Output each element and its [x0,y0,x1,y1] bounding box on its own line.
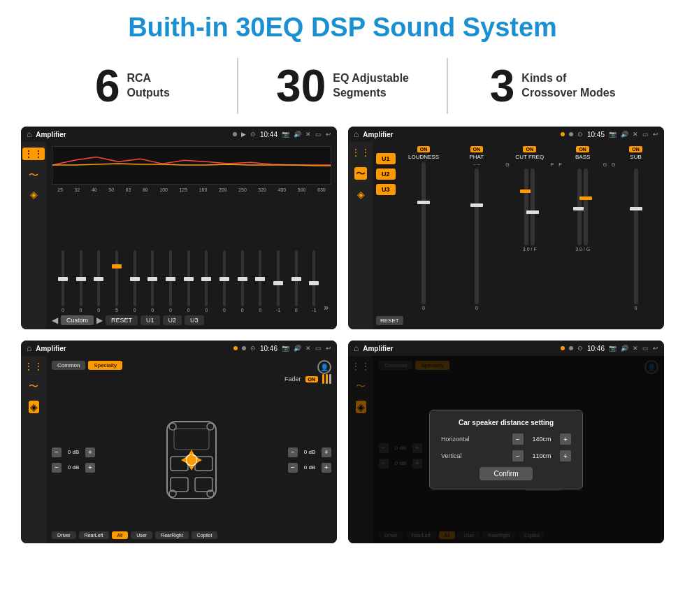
vertical-plus[interactable]: + [560,450,571,461]
next-arrow[interactable]: » [324,303,329,313]
eq-slider-11[interactable]: 0 [252,250,269,313]
bass-on-badge: ON [576,146,589,152]
u3-crossover-btn[interactable]: U3 [376,184,396,195]
home-icon-1: ⌂ [27,129,31,139]
eq-sidebar-icon-3[interactable]: ⋮⋮ [24,361,43,371]
play-btn[interactable]: ▶ [96,315,103,325]
screen3-time: 10:46 [260,345,277,352]
svg-point-14 [207,423,214,430]
db-fr-value: 0 dB [300,449,319,455]
eq-freq-labels: 25 32 40 50 63 80 100 125 160 200 250 32… [52,187,331,192]
screen1-time: 10:44 [260,131,277,138]
stat-eq-number: 30 [276,64,326,108]
location-icon-3: ⊙ [250,345,256,352]
speaker-sidebar-icon[interactable]: ◈ [30,189,38,199]
eq-slider-10[interactable]: 0 [234,250,251,313]
eq-slider-12[interactable]: -1 [270,250,287,313]
eq-slider-0[interactable]: 0 [55,250,71,313]
status-bar-3: ⌂ Amplifier ⊙ 10:46 📷 🔊 ✕ ▭ ↩ [21,341,337,356]
eq-slider-6[interactable]: 0 [162,250,179,313]
fader-label-row: Fader ON [52,374,331,384]
vertical-minus[interactable]: − [512,450,524,461]
camera-icon-2: 📷 [609,131,616,138]
horizontal-plus[interactable]: + [560,434,571,445]
screens-grid: ⌂ Amplifier ▶ ⊙ 10:44 📷 🔊 ✕ ▭ ↩ ⋮⋮ 〜 ◈ [0,127,685,550]
eq-slider-1[interactable]: 0 [73,250,89,313]
speaker-sidebar-icon-2[interactable]: ◈ [357,189,365,199]
u1-crossover-btn[interactable]: U1 [376,153,396,164]
eq-sidebar-icon-2[interactable]: ⋮⋮ [351,148,370,157]
loudness-on-badge: ON [417,146,431,152]
sub-name: SUB [630,154,641,160]
screen2-title: Amplifier [363,131,556,138]
stat-crossover-number: 3 [490,64,515,108]
svg-marker-12 [197,457,202,463]
home-icon-2: ⌂ [354,129,359,139]
u1-btn[interactable]: U1 [140,315,160,325]
crossover-reset-btn[interactable]: RESET [376,316,403,325]
cutfreq-on-badge: ON [523,146,536,152]
db-rl-minus[interactable]: − [52,463,62,473]
custom-btn[interactable]: Custom [61,315,94,325]
specialty-tab[interactable]: Specialty [88,361,122,370]
eq-sidebar-icon[interactable]: ⋮⋮ [22,148,45,160]
db-rl-plus[interactable]: + [85,463,95,473]
screen4-time: 10:46 [587,345,605,352]
volume-icon-1: 🔊 [294,131,301,138]
eq-slider-14[interactable]: -1 [306,250,323,313]
db-rr-plus[interactable]: + [322,463,331,473]
db-fr-minus[interactable]: − [288,447,298,457]
status-dot-4b [569,346,573,350]
common-tab[interactable]: Common [52,361,85,370]
eq-slider-9[interactable]: 0 [216,250,233,313]
home-icon-4: ⌂ [354,343,359,353]
crossover-channels: ON LOUDNESS 0 ON PHAT ~ [398,146,661,310]
status-bar-1: ⌂ Amplifier ▶ ⊙ 10:44 📷 🔊 ✕ ▭ ↩ [21,127,337,142]
location-icon-1: ⊙ [250,131,256,138]
rearleft-btn[interactable]: RearLeft [79,531,109,539]
u3-btn[interactable]: U3 [185,315,204,325]
stat-eq: 30 EQ Adjustable Segments [252,64,433,108]
right-db-col: − 0 dB + − 0 dB + [288,447,331,473]
copilot-btn[interactable]: Copilot [192,531,218,539]
prev-btn[interactable]: ◀ [52,315,58,325]
wave-sidebar-icon[interactable]: 〜 [29,170,38,180]
driver-btn[interactable]: Driver [52,531,76,539]
camera-icon-3: 📷 [282,345,289,352]
eq-slider-4[interactable]: 0 [127,250,143,313]
db-control-rr: − 0 dB + [288,463,331,473]
u2-btn[interactable]: U2 [163,315,182,325]
stat-eq-label: EQ Adjustable Segments [333,71,409,101]
db-rr-value: 0 dB [300,464,319,471]
screen-crossover: ⌂ Amplifier ⊙ 10:45 📷 🔊 ✕ ▭ ↩ ⋮⋮ 〜 ◈ U1 [348,127,664,329]
eq-slider-8[interactable]: 0 [199,250,215,313]
eq-slider-5[interactable]: 0 [144,250,161,313]
eq-slider-2[interactable]: 0 [90,250,107,313]
db-fl-plus[interactable]: + [85,447,95,457]
db-fl-minus[interactable]: − [52,447,62,457]
wave-sidebar-icon-3[interactable]: 〜 [29,381,38,391]
svg-rect-7 [195,478,212,492]
reset-btn[interactable]: RESET [106,315,138,325]
screen3-header: Common Specialty 👤 [52,360,331,374]
dialog-horizontal-row: Horizontal − 140cm + [441,434,571,445]
eq-slider-3[interactable]: 5 [108,250,125,313]
u-buttons: U1 U2 U3 [376,146,396,310]
cutfreq-value: 3.0 / F [523,247,537,252]
db-rr-minus[interactable]: − [288,463,298,473]
rearright-btn[interactable]: RearRight [155,531,189,539]
eq-slider-13[interactable]: 0 [288,250,305,313]
user-btn[interactable]: User [131,531,152,539]
speaker-sidebar-icon-3[interactable]: ◈ [29,401,39,413]
db-fr-plus[interactable]: + [322,447,331,457]
horizontal-minus[interactable]: − [512,434,524,445]
rect-icon-4: ▭ [642,345,649,352]
rect-icon-3: ▭ [315,345,322,352]
confirm-button[interactable]: Confirm [480,467,532,480]
u2-crossover-btn[interactable]: U2 [376,169,396,180]
svg-rect-6 [171,478,188,492]
fader-main: Common Specialty 👤 Fader ON [46,356,337,543]
wave-sidebar-icon-2[interactable]: 〜 [354,167,367,180]
all-btn[interactable]: All [112,531,129,539]
eq-slider-7[interactable]: 0 [180,250,197,313]
